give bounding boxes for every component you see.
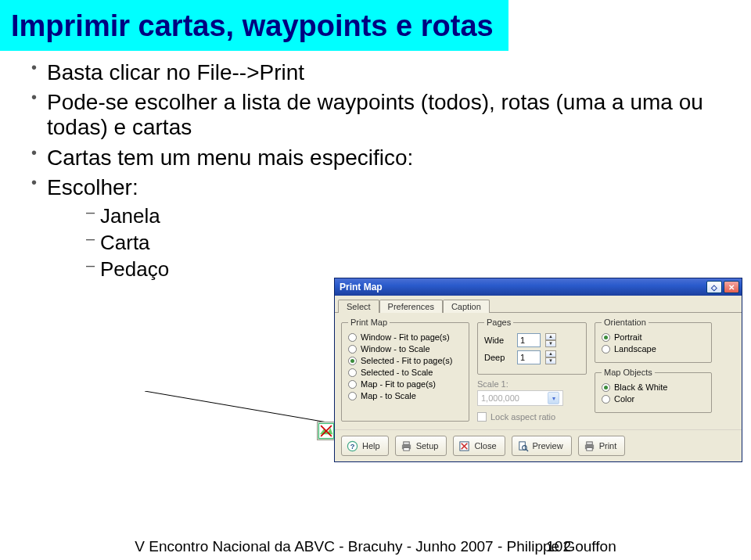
radio-color[interactable]: Color [602, 394, 705, 404]
preview-icon [517, 440, 529, 452]
close-button[interactable]: Close [453, 436, 505, 456]
sub-bullet-1: Janela [86, 205, 751, 228]
checkbox-lock-aspect[interactable]: Lock aspect ratio [477, 412, 587, 422]
svg-text:?: ? [350, 443, 355, 451]
legend-pages: Pages [484, 318, 513, 327]
legend-map-objects: Map Objects [602, 368, 655, 377]
radio-map-scale[interactable]: Map - to Scale [348, 391, 462, 400]
middle-column: Pages Wide 1 ▲▼ Deep 1 ▲▼ Scale 1: 1,000… [477, 318, 587, 422]
close-icon [458, 440, 470, 452]
sub-bullet-2: Carta [86, 232, 751, 255]
slide-footer: V Encontro Nacional da ABVC - Bracuhy - … [0, 538, 751, 555]
label-scale: Scale 1: [477, 379, 587, 389]
dialog-titlebar[interactable]: Print Map ◇ ✕ [335, 278, 742, 296]
input-wide[interactable]: 1 [517, 333, 541, 347]
input-deep[interactable]: 1 [517, 350, 541, 364]
svg-line-14 [526, 449, 528, 451]
help-button[interactable]: ? Help [341, 436, 389, 456]
checkbox-icon [477, 412, 487, 422]
label-deep: Deep [484, 353, 512, 362]
bullet-4: Escolher: [31, 175, 751, 200]
help-icon: ? [347, 440, 358, 452]
chevron-down-icon[interactable]: ▾ [548, 392, 559, 404]
maximize-button[interactable]: ◇ [706, 281, 722, 293]
close-window-button[interactable]: ✕ [724, 281, 739, 293]
thumbnail-button[interactable] [317, 422, 336, 440]
label-wide: Wide [484, 336, 512, 345]
spinner-wide[interactable]: ▲▼ [545, 333, 556, 347]
tabstrip: Select Preferences Caption [335, 296, 742, 312]
radio-selected-scale[interactable]: Selected - to Scale [348, 368, 462, 377]
print-button[interactable]: Print [578, 436, 626, 456]
pages-wide-row: Wide 1 ▲▼ [484, 333, 580, 347]
legend-print-map: Print Map [348, 318, 390, 327]
dialog-title: Print Map [340, 282, 383, 293]
print-icon [584, 440, 595, 452]
group-map-objects: Map Objects Black & White Color [595, 368, 712, 413]
svg-rect-16 [586, 441, 592, 444]
slide-title: Imprimir cartas, waypoints e rotas [11, 9, 498, 43]
radio-landscape[interactable]: Landscape [602, 344, 705, 354]
bullet-list: Basta clicar no File-->Print Pode-se esc… [0, 60, 751, 282]
svg-rect-17 [586, 447, 592, 451]
radio-window-fit[interactable]: Window - Fit to page(s) [348, 332, 462, 342]
legend-orientation: Orientation [602, 318, 649, 327]
tab-caption[interactable]: Caption [443, 300, 490, 313]
pages-deep-row: Deep 1 ▲▼ [484, 350, 580, 364]
spinner-deep[interactable]: ▲▼ [545, 350, 556, 364]
setup-button[interactable]: Setup [395, 436, 447, 456]
printer-setup-icon [401, 440, 412, 452]
tab-panel: Print Map Window - Fit to page(s) Window… [335, 312, 742, 429]
button-bar: ? Help Setup Close Preview Print [335, 429, 742, 461]
radio-window-scale[interactable]: Window - to Scale [348, 344, 462, 354]
input-scale[interactable]: 1,000,000 ▾ [477, 390, 563, 406]
right-column: Orientation Portrait Landscape Map Objec… [595, 318, 712, 422]
print-map-dialog: Print Map ◇ ✕ Select Preferences Caption… [334, 278, 742, 462]
radio-selected-fit[interactable]: Selected - Fit to page(s) [348, 356, 462, 365]
radio-portrait[interactable]: Portrait [602, 332, 705, 342]
tab-preferences[interactable]: Preferences [379, 300, 443, 313]
group-print-map: Print Map Window - Fit to page(s) Window… [341, 318, 469, 422]
radio-map-fit[interactable]: Map - Fit to page(s) [348, 379, 462, 389]
page-number: 102 [546, 538, 571, 555]
tab-select[interactable]: Select [338, 300, 379, 313]
radio-bw[interactable]: Black & White [602, 382, 705, 392]
group-orientation: Orientation Portrait Landscape [595, 318, 712, 363]
bullet-1: Basta clicar no File-->Print [31, 60, 751, 85]
bullet-2: Pode-se escolher a lista de waypoints (t… [31, 90, 751, 140]
group-pages: Pages Wide 1 ▲▼ Deep 1 ▲▼ [477, 318, 587, 375]
svg-rect-8 [403, 447, 409, 451]
bullet-3: Cartas tem um menu mais especifico: [31, 145, 751, 171]
sub-bullet-list: Janela Carta Pedaço [31, 205, 751, 282]
preview-button[interactable]: Preview [512, 436, 572, 456]
title-banner: Imprimir cartas, waypoints e rotas [0, 0, 508, 51]
svg-rect-7 [403, 441, 409, 444]
